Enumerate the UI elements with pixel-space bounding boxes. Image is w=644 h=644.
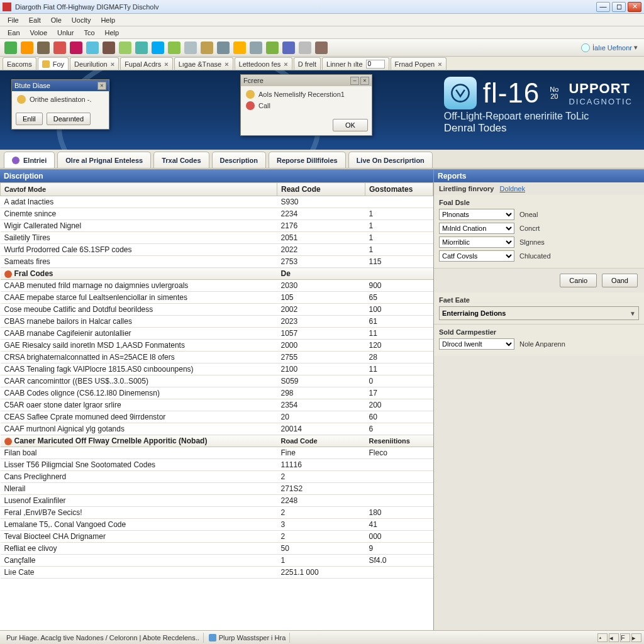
status-btn-2[interactable]: ◂	[609, 633, 619, 642]
table-row[interactable]: CAAS Tenaling fagk VAIPlocre 1815.AS0 cı…	[1, 364, 433, 375]
doctab-7[interactable]: Linner h ılte	[322, 57, 389, 70]
popup-close-icon[interactable]: ×	[97, 82, 106, 90]
select-dlrocd[interactable]: Dlrocd Iwenlt	[439, 338, 514, 350]
popup-close-icon[interactable]: ×	[360, 77, 369, 85]
toolbar-btn-8[interactable]	[135, 42, 148, 54]
bigtab-4[interactable]: Reporse Dillfifoies	[269, 152, 346, 168]
menu-uoclty[interactable]: Uoclty	[67, 15, 96, 25]
table-row[interactable]: A adat InactiesS930	[1, 196, 433, 208]
oand-button[interactable]: Oand	[602, 274, 638, 287]
doctab-1[interactable]: Foy	[38, 57, 69, 70]
bigtab-0[interactable]: Elntriei	[4, 152, 55, 168]
toolbar-btn-10[interactable]	[168, 42, 180, 54]
bigtab-5[interactable]: Live On Descriprtion	[348, 152, 433, 168]
table-row[interactable]: CAAE mepabe starce ful Lealtsenlenciolla…	[1, 292, 433, 304]
select-catf[interactable]: Catf Covsls	[439, 250, 514, 262]
doctab-0[interactable]: Eacoms	[3, 57, 36, 70]
table-row[interactable]: CRSA brighaternalconnatted in AS=25ACE l…	[1, 352, 433, 364]
toolbar-btn-17[interactable]	[282, 42, 295, 54]
table-row[interactable]: Liıe Cate2251.1 000	[1, 567, 433, 579]
toolbar-btn-6[interactable]	[103, 42, 115, 54]
table-row[interactable]: C5AR oaer stone dater lgraor srlire23542…	[1, 399, 433, 411]
close-button[interactable]: ✕	[628, 2, 641, 12]
select-miorriblic[interactable]: Miorriblic	[439, 236, 514, 248]
table-row[interactable]: Wurfd Prodorred Cale 6S.1SFP codes20221	[1, 244, 433, 256]
table-row[interactable]: Cans Preclighnerd2	[1, 471, 433, 483]
table-row[interactable]: CAAB menuted frild marnage no daigmnies …	[1, 280, 433, 292]
tab-close-icon[interactable]: ×	[284, 60, 287, 68]
table-row[interactable]: Lisser T56 Piligmcial Sne Sootomated Cod…	[1, 459, 433, 471]
table-row[interactable]: Lusenof Exalinfiler2248	[1, 495, 433, 507]
toolbar-btn-4[interactable]	[70, 42, 82, 54]
popup-titlebar[interactable]: Btute Diase ×	[12, 80, 109, 91]
menu-ole[interactable]: Ole	[46, 15, 67, 25]
menu2-voloe[interactable]: Voloe	[25, 28, 53, 38]
data-grid[interactable]: Cavtof Mode Read Code Gostomates A adat …	[0, 182, 433, 630]
toolbar-btn-14[interactable]	[233, 42, 246, 54]
bigtab-3[interactable]: Description	[212, 152, 267, 168]
table-row[interactable]: GAE Riesalcy saild inoretln МSD 1,AASD F…	[1, 340, 433, 352]
doctab-2[interactable]: Deurilution×	[70, 57, 119, 70]
toolbar-btn-0[interactable]	[4, 42, 17, 54]
table-row[interactable]: Sameats fires2753115	[1, 256, 433, 268]
table-row[interactable]: Sailetily Tiires20511	[1, 232, 433, 244]
maximize-button[interactable]: ◻	[612, 2, 626, 12]
group-header-caner[interactable]: Caner Maricuted Off Flway Crnelble Appor…	[1, 435, 433, 447]
ok-button[interactable]: OK	[333, 119, 368, 131]
table-row[interactable]: CBAS rnanebe bailors in Halcar calles202…	[1, 316, 433, 328]
menu-ealt[interactable]: Ealt	[24, 15, 46, 25]
toolbar-btn-5[interactable]	[86, 42, 99, 54]
table-row[interactable]: CAAB rnanabe Cagifeienir autonlallier105…	[1, 328, 433, 340]
popup-min-icon[interactable]: –	[350, 77, 359, 85]
toolbar-btn-11[interactable]	[184, 42, 197, 54]
table-row[interactable]: Wigir Callerated Nignel21761	[1, 220, 433, 232]
table-row[interactable]: Cinemte snince22341	[1, 208, 433, 220]
toolbar-btn-19[interactable]	[315, 42, 328, 54]
minimize-button[interactable]: —	[596, 2, 610, 12]
enlil-button[interactable]: Enlil	[16, 113, 43, 125]
toolbar-btn-13[interactable]	[217, 42, 230, 54]
table-row[interactable]: Filan boalFineFleco	[1, 447, 433, 459]
toolbar-btn-9[interactable]	[152, 42, 164, 54]
dearinted-button[interactable]: Dearınted	[47, 113, 91, 125]
tab-input[interactable]	[366, 60, 385, 69]
tab-close-icon[interactable]: ×	[111, 60, 114, 68]
col-header-3[interactable]: Gostomates	[365, 183, 433, 196]
menu-file[interactable]: File	[3, 15, 24, 25]
user-info[interactable]: İalıe Uefnonr ▾	[581, 43, 641, 52]
doctab-6[interactable]: D frelt	[294, 57, 321, 70]
status-btn-4[interactable]: ▸	[631, 633, 641, 642]
table-row[interactable]: Nlerail271S2	[1, 483, 433, 495]
doctab-3[interactable]: Fupal Acdrs×	[120, 57, 173, 70]
doctab-8[interactable]: Frnad Popen×	[391, 57, 447, 70]
tab-close-icon[interactable]: ×	[438, 60, 441, 68]
tab-close-icon[interactable]: ×	[225, 60, 228, 68]
menu2-ean[interactable]: Ean	[3, 28, 25, 38]
table-row[interactable]: CAAF murtnonl Aignical ylg gotands200146	[1, 423, 433, 435]
table-row[interactable]: CEAS Saflee Cprate momuned deed 9irrdens…	[1, 411, 433, 423]
select-mlnld[interactable]: Mılnld Cnation	[439, 223, 514, 234]
canio-button[interactable]: Canio	[560, 274, 597, 287]
col-header-1[interactable]: Cavtof Mode	[4, 186, 46, 193]
toolbar-btn-16[interactable]	[266, 42, 279, 54]
toolbar-btn-7[interactable]	[119, 42, 131, 54]
col-header-2[interactable]: Read Code	[277, 183, 365, 196]
popup-titlebar[interactable]: Fcrere – ×	[241, 75, 372, 86]
table-row[interactable]: CAAR cancominttor ((BES US$..3.0..S005)S…	[1, 375, 433, 387]
toolbar-btn-3[interactable]	[53, 42, 66, 54]
doldnek-link[interactable]: Doldnek	[500, 185, 525, 192]
toolbar-btn-18[interactable]	[299, 42, 311, 54]
menu2-help[interactable]: Help	[100, 28, 125, 38]
table-row[interactable]: Cançfalle1Sf4.0	[1, 555, 433, 567]
enterriaing-dropdown[interactable]: Enterriaing Detions ▼	[439, 306, 639, 320]
menu2-tco[interactable]: Tco	[79, 28, 99, 38]
table-row[interactable]: Cose meoube Catlific and Dotdful beorild…	[1, 304, 433, 316]
menu-help[interactable]: Help	[96, 15, 120, 25]
table-row[interactable]: CAAB Codes olignce (CS6.12.I80 Dinemensn…	[1, 387, 433, 399]
doctab-5[interactable]: Lettedoon fes×	[235, 57, 292, 70]
table-row[interactable]: Feral ,Envl/B7e Secics!2180	[1, 507, 433, 519]
bigtab-1[interactable]: Olre al Prignal Enteless	[57, 152, 151, 168]
toolbar-btn-2[interactable]	[37, 42, 50, 54]
table-row[interactable]: Refliat ee clivoy509	[1, 543, 433, 555]
bigtab-2[interactable]: Trxal Codes	[153, 152, 209, 168]
